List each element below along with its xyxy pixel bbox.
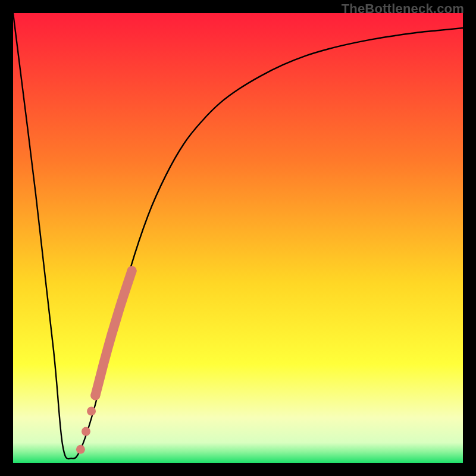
- watermark-label: TheBottleneck.com: [342, 1, 464, 17]
- bottleneck-chart: [13, 13, 463, 463]
